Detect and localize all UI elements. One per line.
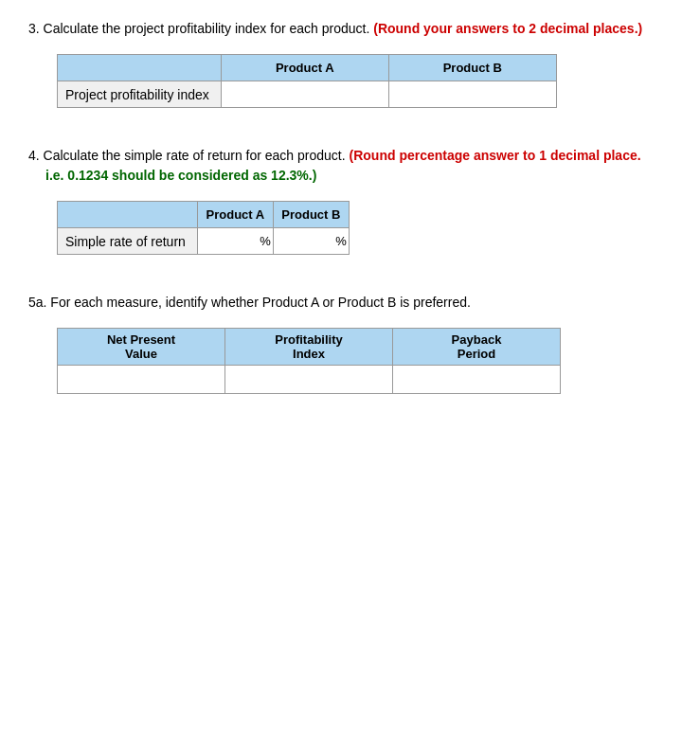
q5-pi-input[interactable] — [225, 366, 392, 393]
q3-product-b-cell[interactable] — [388, 81, 556, 108]
table-row: Project profitability index — [58, 81, 557, 108]
question-4-note: i.e. 0.1234 should be considered as 12.3… — [45, 168, 316, 183]
question-3-text: 3. Calculate the project profitability i… — [28, 19, 672, 39]
q4-product-a-input[interactable] — [198, 232, 260, 250]
question-5a-number: 5a. — [28, 295, 46, 310]
question-5a-table: Net PresentValue ProfitabilityIndex Payb… — [57, 328, 561, 394]
q3-header-product-a: Product A — [221, 55, 388, 81]
q4-product-a-cell[interactable]: % — [197, 228, 273, 255]
table-row — [58, 366, 561, 394]
q4-header-product-a: Product A — [197, 202, 273, 228]
q5-header-pi: ProfitabilityIndex — [225, 329, 393, 366]
q3-product-b-input[interactable] — [389, 81, 556, 107]
q4-product-b-percent: % — [335, 234, 349, 248]
question-4: 4. Calculate the simple rate of return f… — [28, 146, 672, 255]
q3-product-a-input[interactable] — [222, 81, 388, 107]
q4-product-b-input[interactable] — [274, 232, 335, 250]
question-4-text: 4. Calculate the simple rate of return f… — [28, 146, 672, 186]
question-5a: 5a. For each measure, identify whether P… — [28, 293, 672, 394]
question-4-table: Product A Product B Simple rate of retur… — [57, 201, 350, 255]
q5-payback-cell[interactable] — [393, 366, 561, 394]
q5-npv-cell[interactable] — [58, 366, 225, 394]
q5-npv-input[interactable] — [58, 366, 224, 393]
q5-header-npv: Net PresentValue — [58, 329, 225, 366]
q3-product-a-cell[interactable] — [221, 81, 388, 108]
q4-product-b-cell[interactable]: % — [273, 228, 349, 255]
question-3-instruction: (Round your answers to 2 decimal places.… — [373, 21, 642, 36]
q5-header-payback: PaybackPeriod — [393, 329, 561, 366]
question-5a-text: 5a. For each measure, identify whether P… — [28, 293, 672, 313]
q5-pi-cell[interactable] — [225, 366, 393, 394]
q5-payback-input[interactable] — [393, 366, 560, 393]
q4-product-a-percent: % — [260, 234, 273, 248]
table-row: Simple rate of return % % — [58, 228, 350, 255]
question-5a-body: For each measure, identify whether Produ… — [50, 295, 471, 310]
q3-header-empty — [58, 55, 222, 81]
q4-product-a-input-wrapper: % — [198, 232, 273, 250]
q4-product-b-input-wrapper: % — [274, 232, 349, 250]
question-3-number: 3. — [28, 21, 40, 36]
question-3-body: Calculate the project profitability inde… — [44, 21, 370, 36]
question-4-number: 4. — [28, 148, 40, 163]
question-3-table: Product A Product B Project profitabilit… — [57, 54, 557, 108]
question-3: 3. Calculate the project profitability i… — [28, 19, 672, 108]
question-4-instruction: (Round percentage answer to 1 decimal pl… — [350, 148, 641, 163]
q3-header-product-b: Product B — [388, 55, 556, 81]
question-4-body: Calculate the simple rate of return for … — [44, 148, 346, 163]
q4-header-empty — [58, 202, 198, 228]
q4-row-label: Simple rate of return — [58, 228, 198, 255]
q3-row-label: Project profitability index — [58, 81, 222, 108]
q4-header-product-b: Product B — [273, 202, 349, 228]
